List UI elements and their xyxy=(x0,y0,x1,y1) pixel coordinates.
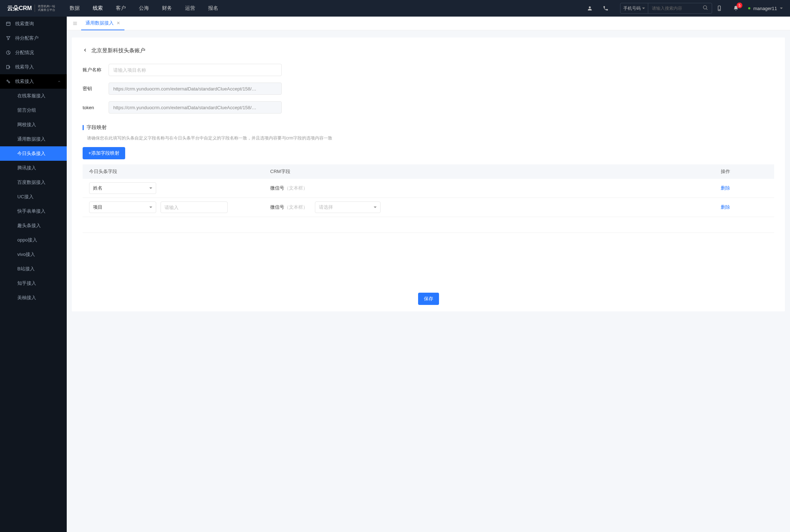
footer: 保存 xyxy=(418,293,439,305)
sidebar-item-vivo接入[interactable]: vivo接入 xyxy=(0,247,67,262)
section-header: 字段映射 xyxy=(83,124,774,131)
sidebar-item-B站接入[interactable]: B站接入 xyxy=(0,262,67,276)
th-action: 操作 xyxy=(721,168,768,175)
bell-icon[interactable]: 5 xyxy=(732,5,739,12)
nav-客户[interactable]: 客户 xyxy=(116,0,126,17)
th-crm: CRM字段 xyxy=(270,168,721,175)
delete-link[interactable]: 删除 xyxy=(721,185,730,191)
table-row: 姓名 微信号（文本框） 删除 xyxy=(83,179,774,198)
sidebar-item-美柚接入[interactable]: 美柚接入 xyxy=(0,291,67,305)
tabs-collapse-icon[interactable] xyxy=(69,17,81,30)
back-icon[interactable] xyxy=(83,47,88,54)
close-icon[interactable]: ✕ xyxy=(117,21,120,26)
phone-icon[interactable] xyxy=(602,5,609,12)
sidebar-item-UC接入[interactable]: UC接入 xyxy=(0,190,67,204)
delete-link[interactable]: 删除 xyxy=(721,204,730,210)
header-right-icons: 5 xyxy=(716,5,739,12)
sidebar-item-今日头条接入[interactable]: 今日头条接入 xyxy=(0,146,67,161)
sidebar-item-留言分组[interactable]: 留言分组 xyxy=(0,103,67,118)
svg-point-3 xyxy=(719,9,720,10)
crm-select[interactable]: 请选择 xyxy=(315,201,381,213)
secret-label: 密钥 xyxy=(83,85,109,92)
search-group: 手机号码 xyxy=(620,3,712,14)
chevron-down-icon xyxy=(780,8,783,9)
section-bar xyxy=(83,125,84,130)
svg-point-1 xyxy=(703,6,707,9)
page-title-row: 北京昱新科技头条账户 xyxy=(83,47,774,54)
chevron-up-icon xyxy=(57,79,61,84)
tab-active[interactable]: 通用数据接入 ✕ xyxy=(81,17,124,30)
sidebar-item-线索导入[interactable]: 线索导入 xyxy=(0,60,67,74)
section-title: 字段映射 xyxy=(87,124,107,131)
table-row: 项目 微信号（文本框） 请选择 删除 xyxy=(83,198,774,217)
logo-text: 云朵CRM xyxy=(7,5,32,12)
form-row-secret: 密钥 xyxy=(83,83,774,95)
crm-field-hint: （文本框） xyxy=(284,204,308,210)
sidebar-item-腾讯接入[interactable]: 腾讯接入 xyxy=(0,161,67,175)
token-label: token xyxy=(83,105,109,110)
user-add-icon[interactable] xyxy=(586,5,593,12)
nav-线索[interactable]: 线索 xyxy=(93,0,103,17)
crm-field-label: 微信号 xyxy=(270,185,284,191)
card: 北京昱新科技头条账户 账户名称 密钥 token 字段映射 请确保您在此填写的头… xyxy=(72,37,785,311)
chevron-down-icon xyxy=(149,187,152,189)
nav-数据[interactable]: 数据 xyxy=(70,0,80,17)
form-row-name: 账户名称 xyxy=(83,64,774,76)
field-select[interactable]: 项目 xyxy=(89,201,156,213)
field-select[interactable]: 姓名 xyxy=(89,182,156,194)
search-icon[interactable] xyxy=(699,5,712,12)
empty-row xyxy=(83,217,774,233)
content: 北京昱新科技头条账户 账户名称 密钥 token 字段映射 请确保您在此填写的头… xyxy=(67,30,790,319)
secret-input[interactable] xyxy=(109,83,282,95)
notif-badge: 5 xyxy=(737,3,742,8)
svg-rect-4 xyxy=(6,22,10,25)
user-name: manager11 xyxy=(753,6,777,11)
crm-field-label: 微信号 xyxy=(270,204,284,210)
search-input[interactable] xyxy=(648,6,699,11)
sidebar-item-线索接入[interactable]: 线索接入 xyxy=(0,74,67,89)
sidebar-item-oppo接入[interactable]: oppo接入 xyxy=(0,233,67,247)
sidebar: 线索查询待分配客户分配情况线索导入线索接入在线客服接入留言分组网校接入通用数据接… xyxy=(0,17,67,319)
logo-subtitle: 教育机构一站 式服务云平台 xyxy=(35,5,55,12)
pie-icon xyxy=(6,50,11,55)
nav-财务[interactable]: 财务 xyxy=(162,0,172,17)
sidebar-item-分配情况[interactable]: 分配情况 xyxy=(0,45,67,60)
th-toutiao: 今日头条字段 xyxy=(89,168,270,175)
top-extra-icons xyxy=(586,5,609,12)
name-input[interactable] xyxy=(109,64,282,76)
nav-报名[interactable]: 报名 xyxy=(208,0,218,17)
nav-公海[interactable]: 公海 xyxy=(139,0,149,17)
tabs-bar: 通用数据接入 ✕ xyxy=(67,17,790,30)
list-icon xyxy=(6,21,11,26)
sidebar-item-在线客服接入[interactable]: 在线客服接入 xyxy=(0,89,67,103)
filter-icon xyxy=(6,36,11,41)
token-input[interactable] xyxy=(109,101,282,114)
search-type-select[interactable]: 手机号码 xyxy=(620,3,648,13)
mobile-icon[interactable] xyxy=(716,5,723,12)
user-menu[interactable]: manager11 xyxy=(748,6,783,11)
name-label: 账户名称 xyxy=(83,67,109,73)
plug-icon xyxy=(6,79,11,84)
sidebar-item-趣头条接入[interactable]: 趣头条接入 xyxy=(0,218,67,233)
extra-input[interactable] xyxy=(161,201,228,213)
sidebar-item-百度数据接入[interactable]: 百度数据接入 xyxy=(0,175,67,190)
logo: 云朵CRM 教育机构一站 式服务云平台 xyxy=(7,5,55,12)
chevron-down-icon xyxy=(374,207,377,208)
sidebar-item-网校接入[interactable]: 网校接入 xyxy=(0,118,67,132)
status-dot xyxy=(748,7,750,9)
save-button[interactable]: 保存 xyxy=(418,293,439,305)
sidebar-item-快手表单接入[interactable]: 快手表单接入 xyxy=(0,204,67,218)
sidebar-item-待分配客户[interactable]: 待分配客户 xyxy=(0,31,67,45)
export-icon xyxy=(6,65,11,70)
sidebar-item-知乎接入[interactable]: 知乎接入 xyxy=(0,276,67,291)
sidebar-item-线索查询[interactable]: 线索查询 xyxy=(0,17,67,31)
table-header: 今日头条字段 CRM字段 操作 xyxy=(83,164,774,179)
tab-label: 通用数据接入 xyxy=(85,20,114,26)
section-hint: 请确保您在此填写的头条自定义字段名称与在今日头条平台中自定义的字段名称一致，并且… xyxy=(83,135,774,141)
chevron-down-icon xyxy=(642,8,645,9)
form-row-token: token xyxy=(83,101,774,114)
add-mapping-button[interactable]: +添加字段映射 xyxy=(83,147,125,159)
sidebar-item-通用数据接入[interactable]: 通用数据接入 xyxy=(0,132,67,146)
nav-运营[interactable]: 运营 xyxy=(185,0,195,17)
crm-field-hint: （文本框） xyxy=(284,185,308,191)
